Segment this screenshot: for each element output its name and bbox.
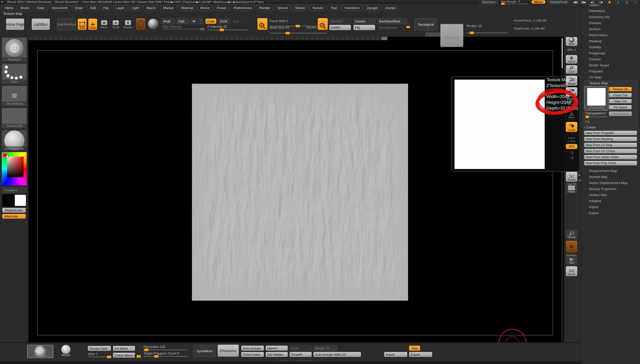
double-button[interactable]: Double: [353, 18, 375, 24]
flip-button[interactable]: Flip: [353, 25, 375, 30]
xyz-button[interactable]: XYZ: [566, 144, 578, 149]
tool-panel-section[interactable]: Polypaint: [581, 68, 640, 74]
clone-txtr-button[interactable]: Clone Txtr: [609, 93, 632, 98]
check-mesh-nub[interactable]: [136, 355, 141, 358]
menu-item[interactable]: Light: [129, 5, 142, 11]
lsym-button[interactable]: L.Sym: [566, 134, 578, 143]
m-button[interactable]: M: [191, 18, 203, 24]
rgb-button[interactable]: Rgb: [177, 18, 189, 24]
menus-button[interactable]: Menus: [531, 0, 546, 4]
fix-mesh-button[interactable]: Fix Mesh: [113, 346, 135, 351]
grp-button[interactable]: Grp: [409, 345, 420, 351]
menu-item[interactable]: File: [100, 5, 112, 11]
tool-panel-section[interactable]: FiberMesh: [581, 8, 640, 14]
project-all-button[interactable]: ProjectAll: [440, 24, 463, 47]
mrgb-button[interactable]: Mrgb: [161, 18, 175, 24]
menu-item[interactable]: Layer: [113, 5, 128, 11]
fill-section[interactable]: Fill: [585, 120, 589, 124]
target-polygons-track[interactable]: [143, 356, 187, 357]
color-selector[interactable]: [6, 155, 9, 158]
tool-panel-section[interactable]: Morph Target: [581, 62, 640, 68]
rgb-intensity-slider[interactable]: Rgb Intensity: [162, 25, 181, 28]
auto-groups-uv-button[interactable]: Auto Groups With UV: [313, 352, 361, 357]
menu-item[interactable]: Movie: [197, 5, 213, 11]
menu-item[interactable]: Alpha: [2, 5, 16, 11]
secondary-color-swatch[interactable]: [15, 195, 26, 206]
tool-panel-section[interactable]: Display Properties: [581, 186, 640, 192]
xpose-button[interactable]: Xpose: [566, 266, 578, 277]
quicksave-button[interactable]: QuickSave: [479, 0, 498, 4]
tool-panel-section[interactable]: Deformation: [581, 32, 640, 38]
draw-button[interactable]: Draw: [88, 18, 97, 30]
check-mesh-button[interactable]: Check Mesh Int: [113, 352, 135, 358]
current-material-thumbnail[interactable]: BasicMaterial: [2, 130, 27, 151]
canvas-vscroll-handle[interactable]: [562, 38, 563, 68]
zoom-button[interactable]: Zoom: [566, 65, 578, 74]
menu-item[interactable]: Transform: [341, 5, 363, 11]
bpr-button[interactable]: BPR: [566, 37, 578, 46]
hidept-button[interactable]: HidePt: [265, 345, 288, 351]
pa-blur-track[interactable]: [466, 32, 508, 33]
menu-item[interactable]: Texture: [309, 5, 326, 11]
create-button[interactable]: New From UV Map: [584, 143, 637, 148]
tile-right-icon[interactable]: ❏▶: [597, 0, 605, 4]
scale-button[interactable]: S Scale: [112, 20, 119, 29]
menu-item[interactable]: Macro: [143, 5, 159, 11]
tool-panel-section[interactable]: Unified Skin: [581, 192, 640, 198]
home-page-button[interactable]: Home Page: [6, 18, 24, 30]
shelf-scroll-up-icon[interactable]: ▶: [578, 173, 581, 176]
live-boolean-button[interactable]: Live Boolean: [57, 18, 76, 30]
canvas-scrollbar[interactable]: [28, 37, 388, 40]
tile-left-icon[interactable]: ◀❏: [589, 0, 596, 4]
see-through-slider[interactable]: See-through 0: [501, 0, 529, 4]
lock-icon[interactable]: [606, 0, 613, 4]
backface-mask-button[interactable]: BackfaceMask: [377, 18, 407, 24]
transparent-slider[interactable]: Transparent 0: [585, 111, 605, 115]
tool-panel-section[interactable]: Masking: [581, 38, 640, 44]
edit-button[interactable]: Edit: [77, 18, 87, 30]
import-button[interactable]: Import: [384, 352, 408, 357]
del-mt-button[interactable]: DelMT: [329, 25, 351, 30]
morph-uv-button[interactable]: Morph UV: [313, 345, 337, 351]
grow-button[interactable]: Grow: [289, 345, 312, 351]
sym-z-button[interactable]: Z: [566, 156, 578, 160]
export-button[interactable]: Export: [409, 352, 432, 357]
menu-item[interactable]: Marker: [160, 5, 177, 11]
rotate-button[interactable]: R Rotate: [124, 20, 132, 29]
create-section[interactable]: ●Create: [584, 125, 596, 129]
morph-button[interactable]: Morph: [55, 345, 77, 357]
frame-button[interactable]: Frame: [566, 171, 578, 182]
back-mask-int-nub[interactable]: [406, 26, 410, 28]
menu-item[interactable]: Draw: [72, 5, 86, 11]
alternate-button[interactable]: Alternate: [2, 214, 26, 219]
sdiv-track[interactable]: [88, 356, 111, 357]
showpt-button[interactable]: ShowPt: [289, 352, 312, 357]
move-button[interactable]: M Move: [101, 20, 108, 29]
menu-item[interactable]: Render: [256, 5, 273, 11]
minimize-icon[interactable]: ▾: [614, 0, 622, 4]
local-button[interactable]: Local: [566, 122, 578, 132]
menu-item[interactable]: Tool: [328, 5, 340, 11]
draw-size-track[interactable]: [270, 33, 327, 33]
lightbox-button[interactable]: LightBox: [31, 18, 50, 30]
close-icon[interactable]: ×: [631, 0, 639, 4]
prev-document-icon[interactable]: ◀▮▮: [572, 0, 579, 4]
color-picker[interactable]: [2, 152, 27, 186]
draw-size-slider[interactable]: Draw Size 64: [270, 26, 289, 29]
tool-panel-section[interactable]: Surface: [581, 26, 640, 32]
gradient-button[interactable]: Gradient: [2, 188, 26, 193]
menu-item[interactable]: Document: [49, 5, 71, 11]
create-button[interactable]: New From UV Check: [584, 149, 637, 154]
menu-item[interactable]: Zplugin: [364, 5, 381, 11]
default-zscript-button[interactable]: DefaultZScript: [547, 0, 570, 4]
topological-button[interactable]: Topological: [414, 18, 437, 30]
menu-item[interactable]: Picker: [214, 5, 229, 11]
main-color-swatch[interactable]: [2, 194, 14, 207]
del-hidden-button[interactable]: Del Hidden: [265, 352, 288, 357]
create-button[interactable]: New From Poly Order: [584, 161, 637, 166]
current-texture-thumbnail[interactable]: Texture Off: [2, 108, 27, 129]
resolution-track[interactable]: [143, 349, 187, 350]
zsub-button[interactable]: Zsub: [218, 18, 229, 24]
rgb-intensity-track[interactable]: [162, 29, 204, 29]
solo-button[interactable]: Solo: [566, 256, 578, 265]
